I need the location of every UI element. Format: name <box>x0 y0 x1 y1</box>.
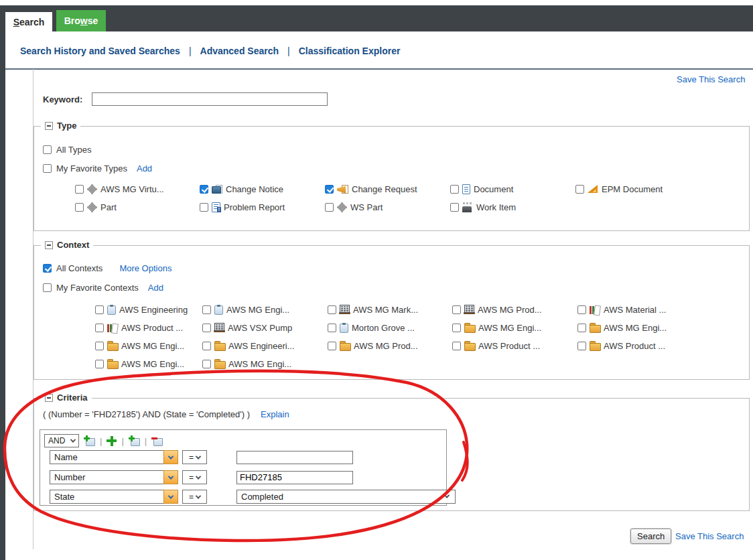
attribute-select[interactable]: State <box>50 490 178 504</box>
criteria-section: Criteria ( (Number = 'FHD27185') AND (St… <box>33 398 750 511</box>
criterion-value-input[interactable] <box>236 451 353 464</box>
attribute-picker-button[interactable] <box>163 490 178 504</box>
context-checkbox[interactable] <box>577 324 586 332</box>
context-item: AWS MG Engi... <box>95 358 184 370</box>
explain-link[interactable]: Explain <box>261 409 289 419</box>
context-checkbox[interactable] <box>328 342 336 350</box>
folder-icon <box>464 323 475 332</box>
context-item: AWS MG Prod... <box>328 340 418 352</box>
windchill-search-page: Search Browse Search History and Saved S… <box>0 0 753 560</box>
all-contexts-checkbox[interactable] <box>43 264 52 273</box>
context-item-label: AWS MG Prod... <box>478 305 542 315</box>
type-checkbox[interactable] <box>75 185 84 194</box>
type-checkbox[interactable] <box>450 185 459 194</box>
attribute-select[interactable]: Number <box>50 470 178 484</box>
chevron-down-icon <box>70 437 76 442</box>
add-contexts-link[interactable]: Add <box>148 283 163 293</box>
add-criterion-icon[interactable] <box>107 436 117 446</box>
type-item-label: Problem Report <box>224 202 285 212</box>
add-group-icon[interactable] <box>129 435 140 446</box>
separator: | <box>145 436 147 446</box>
attribute-picker-button[interactable] <box>163 450 178 464</box>
type-checkbox[interactable] <box>450 203 459 212</box>
context-item: AWS MG Engi... <box>452 322 541 334</box>
tab-search[interactable]: Search <box>5 12 52 31</box>
remove-group-icon[interactable] <box>151 435 163 446</box>
context-item: AWS Product ... <box>577 340 665 352</box>
context-checkbox[interactable] <box>452 305 461 314</box>
context-checkbox[interactable] <box>577 305 586 314</box>
change-notice-icon <box>212 185 222 194</box>
operator-equals-select[interactable]: = <box>182 490 207 504</box>
add-types-link[interactable]: Add <box>137 163 152 173</box>
context-checkbox[interactable] <box>95 360 104 368</box>
context-checkbox[interactable] <box>202 324 211 332</box>
context-checkbox[interactable] <box>452 342 461 350</box>
context-checkbox[interactable] <box>328 305 336 314</box>
context-item: AWS MG Engi... <box>202 303 289 316</box>
organization-icon <box>464 305 474 314</box>
context-item-label: AWS Product ... <box>121 323 183 333</box>
clipboard-icon <box>340 323 348 333</box>
type-checkbox[interactable] <box>325 185 334 194</box>
nav-search-history-link[interactable]: Search History and Saved Searches <box>20 46 180 56</box>
search-button[interactable]: Search <box>630 529 671 544</box>
type-item-label: EPM Document <box>602 184 663 194</box>
query-toolbar: AND | | | <box>44 434 163 447</box>
type-checkbox[interactable] <box>75 203 84 212</box>
context-item-label: AWS Engineering <box>119 305 188 315</box>
type-item: Change Request <box>325 183 417 195</box>
all-contexts-row: All Contexts More Options <box>43 263 172 273</box>
context-checkbox[interactable] <box>95 305 104 314</box>
favorite-types-checkbox[interactable] <box>43 164 52 173</box>
chevron-down-icon <box>444 492 450 498</box>
type-checkbox[interactable] <box>325 203 334 212</box>
more-options-link[interactable]: More Options <box>119 263 172 273</box>
context-item: AWS Material ... <box>577 303 666 316</box>
context-checkbox[interactable] <box>202 360 211 368</box>
context-checkbox[interactable] <box>95 342 104 350</box>
collapse-icon[interactable] <box>45 122 53 130</box>
organization-icon <box>340 305 350 314</box>
context-item: AWS Engineeri... <box>202 340 295 352</box>
operator-equals-select[interactable]: = <box>182 450 207 464</box>
operator-select[interactable]: AND <box>44 434 79 447</box>
organization-icon <box>214 323 224 332</box>
operator-equals-select[interactable]: = <box>182 470 207 484</box>
folder-icon <box>107 341 118 350</box>
left-frame-bar <box>0 5 5 560</box>
collapse-icon[interactable] <box>45 394 53 402</box>
chevron-down-icon <box>196 493 201 498</box>
type-checkbox[interactable] <box>575 185 584 194</box>
type-checkbox[interactable] <box>200 185 208 194</box>
nav-advanced-search-link[interactable]: Advanced Search <box>200 46 279 56</box>
nav-classification-explorer-link[interactable]: Classification Explorer <box>299 46 401 56</box>
context-checkbox[interactable] <box>202 305 211 314</box>
context-checkbox[interactable] <box>95 324 104 332</box>
attribute-select[interactable]: Name <box>50 450 178 464</box>
context-checkbox[interactable] <box>202 342 211 350</box>
context-checkbox[interactable] <box>328 324 336 332</box>
criterion-value-input[interactable] <box>236 471 353 484</box>
criterion-value-select[interactable]: Completed <box>236 490 456 504</box>
attribute-picker-button[interactable] <box>163 470 178 484</box>
type-item-label: Change Notice <box>226 184 283 194</box>
context-item: Morton Grove ... <box>328 322 415 334</box>
criteria-expression-row: ( (Number = 'FHD27185') AND (State = 'Co… <box>43 409 289 419</box>
favorite-contexts-checkbox[interactable] <box>43 283 52 292</box>
context-checkbox[interactable] <box>577 342 586 350</box>
type-item: Change Notice <box>200 183 283 195</box>
collapse-icon[interactable] <box>45 241 53 249</box>
type-item: Document <box>450 183 513 195</box>
save-this-search-link-bottom[interactable]: Save This Search <box>675 531 744 541</box>
type-checkbox[interactable] <box>200 203 208 212</box>
context-checkbox[interactable] <box>452 324 461 332</box>
context-title: Context <box>57 240 89 250</box>
tab-browse[interactable]: Browse <box>56 10 106 31</box>
insert-group-icon[interactable] <box>84 435 95 446</box>
clipboard-icon <box>214 305 223 315</box>
type-item-label: Work Item <box>476 202 516 212</box>
library-icon <box>590 305 600 315</box>
all-types-checkbox[interactable] <box>43 145 52 154</box>
epm-document-icon <box>588 184 598 194</box>
